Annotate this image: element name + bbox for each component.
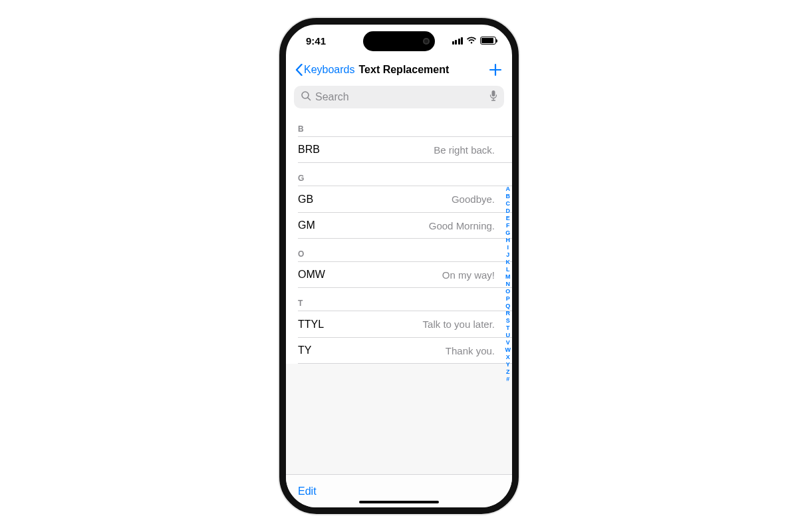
index-letter[interactable]: Z [506,368,510,376]
edit-button[interactable]: Edit [298,485,317,497]
home-indicator [359,501,439,503]
section-header: G [286,163,512,186]
index-letter[interactable]: J [506,251,509,259]
svg-rect-2 [492,90,495,96]
phrase-text: Talk to you later. [423,319,495,330]
index-letter[interactable]: A [506,186,511,193]
replacement-row[interactable]: BRBBe right back. [298,136,512,163]
shortcut-text: TTYL [298,319,324,331]
shortcut-text: TY [298,344,311,356]
index-letter[interactable]: P [506,295,510,303]
svg-line-1 [308,98,311,100]
index-letter[interactable]: Y [506,361,510,368]
index-letter[interactable]: B [506,193,511,200]
back-label: Keyboards [304,64,355,76]
index-letter[interactable]: U [506,332,511,339]
replacement-row[interactable]: TTYLTalk to you later. [298,311,512,337]
cellular-icon [452,37,464,45]
index-letter[interactable]: G [505,229,510,237]
index-letter[interactable]: C [506,200,511,207]
replacement-row[interactable]: GMGood Morning. [298,212,512,239]
replacement-row[interactable]: TYThank you. [298,337,512,364]
shortcut-text: BRB [298,144,320,156]
index-letter[interactable]: K [506,259,511,266]
index-letter[interactable]: L [506,266,510,273]
index-letter[interactable]: M [505,273,511,281]
section-header: T [286,288,512,311]
phrase-text: Be right back. [434,144,495,156]
phrase-text: Good Morning. [429,220,495,231]
battery-icon [480,37,496,45]
phrase-text: On my way! [442,269,495,281]
phone-frame: 9:41 Keyboards Text Replacement [279,18,519,514]
wifi-icon [466,37,477,45]
alpha-index[interactable]: ABCDEFGHIJKLMNOPQRSTUVWXYZ# [505,186,511,383]
status-time: 9:41 [306,35,326,47]
index-letter[interactable]: N [506,281,511,288]
plus-icon [488,63,503,77]
index-letter[interactable]: S [506,317,510,325]
index-letter[interactable]: O [505,288,510,295]
chevron-left-icon [295,64,303,76]
index-letter[interactable]: E [506,215,510,222]
page-title: Text Replacement [359,64,450,76]
replacement-row[interactable]: GBGoodbye. [298,186,512,212]
index-letter[interactable]: V [506,339,510,346]
index-letter[interactable]: F [506,222,510,229]
replacement-row[interactable]: OMWOn my way! [298,261,512,288]
index-letter[interactable]: D [506,207,511,215]
microphone-icon[interactable] [489,90,497,104]
index-letter[interactable]: Q [505,303,510,310]
index-letter[interactable]: # [506,376,509,383]
phrase-text: Thank you. [446,345,495,356]
add-button[interactable] [488,63,503,77]
shortcut-text: GM [298,219,315,231]
index-letter[interactable]: W [505,346,511,354]
search-field[interactable] [294,86,504,108]
index-letter[interactable]: H [506,237,511,244]
nav-bar: Keyboards Text Replacement [286,57,512,83]
search-icon [301,90,311,104]
shortcut-text: OMW [298,269,325,281]
status-bar: 9:41 [286,25,512,57]
search-input[interactable] [315,91,485,103]
index-letter[interactable]: X [506,354,510,361]
index-letter[interactable]: R [506,310,511,317]
replacement-list: BBRBBe right back.GGBGoodbye.GMGood Morn… [286,114,512,474]
index-letter[interactable]: T [506,325,510,332]
section-header: O [286,239,512,261]
shortcut-text: GB [298,194,313,205]
back-button[interactable]: Keyboards [295,64,355,76]
section-header: B [286,114,512,136]
index-letter[interactable]: I [507,244,509,251]
phrase-text: Goodbye. [452,194,495,205]
